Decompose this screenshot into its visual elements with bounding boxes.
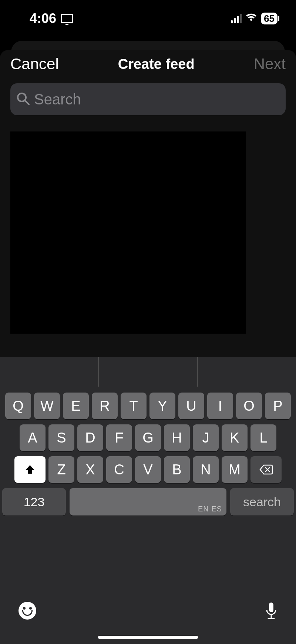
key-r[interactable]: R (92, 393, 118, 419)
keyboard-suggestions (0, 357, 296, 387)
key-i[interactable]: I (207, 393, 233, 419)
search-icon (16, 91, 30, 107)
display-icon (61, 14, 73, 23)
key-t[interactable]: T (121, 393, 147, 419)
space-key-hint: EN ES (198, 505, 222, 513)
suggestion-slot[interactable] (99, 357, 198, 387)
key-d[interactable]: D (77, 424, 103, 451)
space-key[interactable]: EN ES (70, 488, 226, 515)
keyboard-row-2: A S D F G H J K L (0, 424, 296, 451)
search-field[interactable] (10, 83, 286, 115)
key-s[interactable]: S (48, 424, 74, 451)
svg-rect-2 (269, 603, 273, 612)
keyboard-row-3: Z X C V B N M (0, 456, 296, 483)
search-input[interactable] (34, 91, 280, 108)
wifi-icon (245, 13, 257, 24)
content-area (10, 131, 246, 334)
key-c[interactable]: C (106, 456, 132, 483)
cellular-icon (231, 14, 242, 23)
cancel-button[interactable]: Cancel (10, 55, 59, 73)
key-b[interactable]: B (164, 456, 190, 483)
battery-indicator: 65 (261, 13, 278, 25)
status-time: 4:06 (30, 11, 56, 26)
home-indicator[interactable] (98, 636, 198, 639)
key-j[interactable]: J (193, 424, 219, 451)
backspace-key[interactable] (250, 456, 282, 483)
key-h[interactable]: H (164, 424, 190, 451)
status-bar: 4:06 65 (0, 0, 296, 37)
search-key[interactable]: search (230, 488, 294, 515)
key-v[interactable]: V (135, 456, 161, 483)
key-q[interactable]: Q (5, 393, 31, 419)
key-m[interactable]: M (222, 456, 248, 483)
svg-line-1 (25, 101, 29, 104)
key-e[interactable]: E (63, 393, 89, 419)
key-k[interactable]: K (222, 424, 248, 451)
keyboard-row-4: 123 EN ES search (0, 488, 296, 515)
sheet-header: Cancel Create feed Next (0, 50, 296, 83)
key-x[interactable]: X (77, 456, 103, 483)
status-right: 65 (231, 13, 278, 25)
keyboard-bottom-row (0, 596, 296, 625)
next-button[interactable]: Next (254, 55, 286, 73)
dictation-key[interactable] (265, 602, 278, 620)
key-n[interactable]: N (193, 456, 219, 483)
sheet-title: Create feed (118, 56, 195, 72)
key-z[interactable]: Z (48, 456, 74, 483)
key-o[interactable]: O (236, 393, 262, 419)
keyboard: Q W E R T Y U I O P A S D F G H J K L Z … (0, 357, 296, 644)
key-f[interactable]: F (106, 424, 132, 451)
suggestion-slot[interactable] (0, 357, 99, 387)
key-p[interactable]: P (265, 393, 291, 419)
shift-key[interactable] (14, 456, 46, 483)
key-y[interactable]: Y (149, 393, 175, 419)
key-w[interactable]: W (34, 393, 60, 419)
key-l[interactable]: L (250, 424, 276, 451)
keyboard-row-1: Q W E R T Y U I O P (0, 393, 296, 419)
status-left: 4:06 (30, 11, 73, 26)
suggestion-slot[interactable] (198, 357, 296, 387)
key-a[interactable]: A (20, 424, 46, 451)
numbers-key[interactable]: 123 (2, 488, 66, 515)
key-g[interactable]: G (135, 424, 161, 451)
emoji-key[interactable] (18, 602, 36, 620)
key-u[interactable]: U (178, 393, 204, 419)
